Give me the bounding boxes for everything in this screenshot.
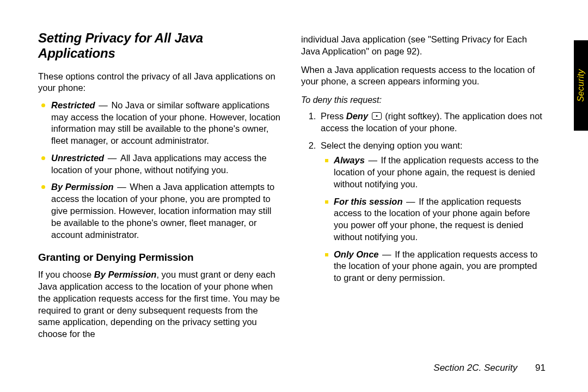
list-item: Unrestricted — All Java applications may… xyxy=(38,152,281,176)
list-item: For this session — If the application re… xyxy=(323,196,544,243)
page-footer: Section 2C. Security 91 xyxy=(433,363,546,373)
step-item: Select the denying option you want: Alwa… xyxy=(318,140,544,284)
text-run: If you choose xyxy=(38,270,94,279)
continuation-paragraph: individual Java application (see "Settin… xyxy=(301,34,544,58)
two-column-layout: Setting Privacy for All Java Application… xyxy=(38,30,544,347)
subheading: Granting or Denying Permission xyxy=(38,252,281,264)
em-dash: — xyxy=(114,182,130,192)
footer-section: Section 2C. Security xyxy=(433,363,517,373)
inline-term: By Permission xyxy=(94,270,157,279)
instruction-heading: To deny this request: xyxy=(301,95,544,105)
em-dash: — xyxy=(95,100,112,110)
option-term: Only Once xyxy=(334,249,379,259)
text-run: , you must grant or deny each Java appli… xyxy=(38,270,280,339)
option-term: Unrestricted xyxy=(51,153,104,163)
list-item: Always — If the application requests acc… xyxy=(323,155,544,190)
document-page: Security Setting Privacy for All Java Ap… xyxy=(0,0,588,392)
option-term: For this session xyxy=(334,197,403,206)
section-tab: Security xyxy=(574,40,588,131)
option-term: Restricted xyxy=(51,100,95,110)
page-number: 91 xyxy=(535,363,546,373)
step-item: Press Deny (right softkey). The applicat… xyxy=(318,111,544,134)
softkey-icon xyxy=(372,112,382,120)
section-tab-label: Security xyxy=(576,69,586,102)
option-term: Always xyxy=(334,155,365,165)
body-paragraph: If you choose By Permission, you must gr… xyxy=(38,269,281,340)
list-item: By Permission — When a Java application … xyxy=(38,181,281,241)
steps-list: Press Deny (right softkey). The applicat… xyxy=(301,111,544,284)
option-term: By Permission xyxy=(51,182,114,192)
list-item: Only Once — If the application requests … xyxy=(323,249,544,284)
left-column: Setting Privacy for All Java Application… xyxy=(38,30,281,347)
em-dash: — xyxy=(104,153,120,163)
text-run: Press xyxy=(321,111,346,121)
intro-paragraph: These options control the privacy of all… xyxy=(38,71,281,94)
em-dash: — xyxy=(379,249,395,259)
em-dash: — xyxy=(403,197,419,206)
sub-options-list: Always — If the application requests acc… xyxy=(323,155,544,284)
privacy-options-list: Restricted — No Java or similar software… xyxy=(38,100,281,241)
text-run: Select the denying option you want: xyxy=(321,140,463,150)
page-title: Setting Privacy for All Java Application… xyxy=(38,30,281,61)
softkey-label: Deny xyxy=(346,111,368,121)
right-column: individual Java application (see "Settin… xyxy=(301,30,544,347)
list-item: Restricted — No Java or similar software… xyxy=(38,100,281,147)
em-dash: — xyxy=(365,155,381,165)
body-paragraph: When a Java application requests access … xyxy=(301,64,544,88)
